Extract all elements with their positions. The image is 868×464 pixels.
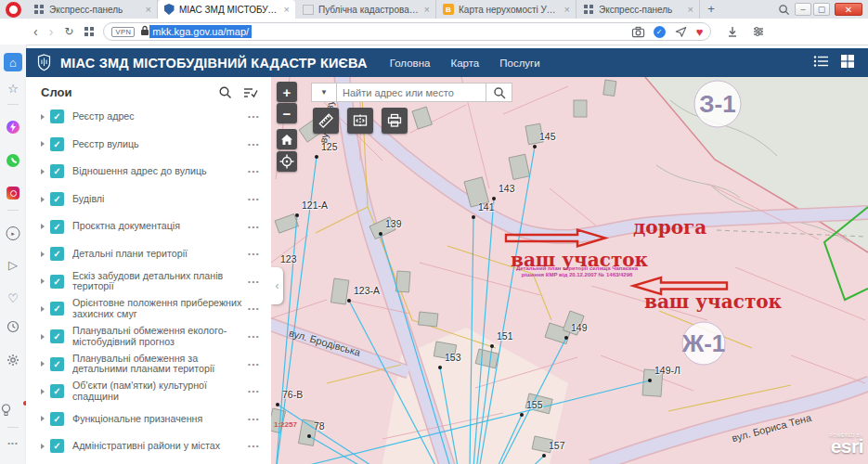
layer-row-plan-restrictions[interactable]: ✓Планувальні обмеження за детальними пла…: [26, 350, 271, 378]
tab-express-panel-1[interactable]: Экспресс-панель ×: [28, 0, 158, 19]
layer-checkbox[interactable]: ✓: [50, 329, 64, 343]
tab-mias-cadastre[interactable]: МІАС ЗМД МІСТОБУДІВНИЙ ×: [158, 0, 295, 19]
layer-checkbox[interactable]: ✓: [50, 192, 64, 206]
tab-close-icon[interactable]: ×: [284, 5, 290, 14]
tab-search-icon[interactable]: [778, 3, 790, 19]
tab-close-icon[interactable]: ×: [146, 5, 151, 14]
nav-map[interactable]: Карта: [450, 58, 479, 69]
layer-menu-icon[interactable]: •••: [248, 415, 260, 423]
personal-news-heart-icon[interactable]: ♡: [7, 292, 19, 304]
layer-row-buildings[interactable]: ✓Будівлі•••: [26, 186, 271, 213]
url-text[interactable]: mkk.kga.gov.ua/map/: [149, 25, 252, 38]
back-button[interactable]: ‹: [33, 24, 38, 39]
layer-row-cultural-heritage[interactable]: ✓Об'єкти (пам'ятки) культурної спадщини•…: [26, 378, 271, 406]
layer-checkbox[interactable]: ✓: [50, 275, 64, 289]
map-search-button[interactable]: [486, 83, 512, 102]
nav-services[interactable]: Послуги: [499, 58, 540, 69]
layer-menu-icon[interactable]: •••: [248, 332, 260, 341]
expand-caret-icon[interactable]: [41, 389, 45, 394]
reload-button[interactable]: ↻: [64, 25, 73, 38]
layer-menu-icon[interactable]: •••: [248, 195, 260, 203]
layer-checkbox[interactable]: ✓: [50, 247, 64, 261]
layer-menu-icon[interactable]: •••: [248, 277, 260, 286]
address-bar[interactable]: VPN mkk.kga.gov.ua/map/ ✓ ♥: [103, 22, 711, 41]
layer-menu-icon[interactable]: •••: [248, 387, 260, 395]
layer-checkbox[interactable]: ✓: [50, 439, 64, 453]
map-viewport[interactable]: З-1 Ж-1 вул. Лазу вул. Бродівська вул. Б…: [271, 77, 868, 464]
bookmarks-star-icon[interactable]: ☆: [7, 83, 19, 95]
tab-realty-map[interactable]: B Карта нерухомості України ×: [437, 0, 577, 19]
new-tab-button[interactable]: +: [704, 2, 719, 17]
apps-grid-icon[interactable]: [840, 54, 855, 72]
easy-setup-icon[interactable]: [752, 25, 765, 38]
panel-collapse-handle[interactable]: ‹: [271, 267, 283, 304]
zoom-out-button[interactable]: −: [277, 103, 297, 123]
layer-row-protective-strips[interactable]: ✓Орієнтовне положення прибережних захисн…: [26, 295, 271, 323]
layer-checkbox[interactable]: ✓: [50, 384, 64, 398]
layer-row-admin-districts[interactable]: ✓Адміністративні райони у містах•••: [26, 432, 271, 460]
history-clock-icon[interactable]: [6, 320, 19, 337]
layer-checkbox[interactable]: ✓: [50, 110, 64, 123]
map-search-input[interactable]: [337, 83, 486, 102]
tab-close-icon[interactable]: ×: [424, 5, 430, 14]
send-flow-icon[interactable]: [674, 25, 688, 38]
expand-caret-icon[interactable]: [41, 416, 45, 421]
expand-caret-icon[interactable]: [41, 444, 45, 449]
download-icon[interactable]: [726, 25, 739, 38]
layer-menu-icon[interactable]: •••: [248, 140, 260, 148]
player-icon[interactable]: ▸: [6, 226, 20, 240]
layers-search-icon[interactable]: [218, 85, 232, 99]
instagram-icon[interactable]: [6, 187, 19, 200]
layer-menu-icon[interactable]: •••: [248, 250, 260, 258]
tab-public-cadastral-map[interactable]: Публічна кадастрова карта ×: [297, 0, 436, 19]
snapshot-camera-icon[interactable]: [631, 26, 645, 38]
layer-menu-icon[interactable]: •••: [248, 442, 260, 450]
layer-checkbox[interactable]: ✓: [50, 302, 64, 316]
window-close-button[interactable]: ✕: [835, 3, 862, 16]
layer-row-project-docs[interactable]: ✓Проєктна документація•••: [26, 213, 271, 240]
window-maximize-button[interactable]: ▢: [813, 3, 830, 16]
bookmark-heart-icon[interactable]: ♥: [696, 26, 704, 38]
hints-bulb-icon[interactable]: [0, 403, 26, 420]
tab-close-icon[interactable]: ×: [688, 5, 693, 14]
layer-row-functional-purpose[interactable]: ✓Функціональне призначення•••: [26, 406, 271, 433]
layer-menu-icon[interactable]: •••: [248, 223, 260, 231]
tab-close-icon[interactable]: ×: [564, 5, 570, 14]
expand-caret-icon[interactable]: [41, 224, 45, 229]
tab-express-panel-2[interactable]: Экспресс-панель ×: [577, 0, 700, 19]
layer-menu-icon[interactable]: •••: [248, 304, 260, 313]
layers-filter-icon[interactable]: [243, 85, 258, 99]
layer-menu-icon[interactable]: •••: [248, 167, 260, 175]
expand-caret-icon[interactable]: [41, 197, 45, 202]
layer-row-eco-restrictions[interactable]: ✓Планувальні обмеження еколого-містобуді…: [26, 323, 271, 351]
layer-menu-icon[interactable]: •••: [248, 112, 260, 121]
legend-list-icon[interactable]: [813, 55, 829, 71]
expand-caret-icon[interactable]: [41, 251, 45, 257]
layer-checkbox[interactable]: ✓: [50, 357, 64, 371]
layer-checkbox[interactable]: ✓: [50, 220, 64, 234]
whatsapp-icon[interactable]: [6, 154, 19, 167]
expand-caret-icon[interactable]: [41, 278, 45, 284]
sidebar-more-icon[interactable]: •••: [7, 439, 18, 447]
layer-menu-icon[interactable]: •••: [248, 360, 260, 368]
layer-row-address-street-relation[interactable]: ✓Відношення адрес до вулиць•••: [26, 158, 271, 186]
forward-button[interactable]: ›: [49, 24, 54, 39]
expand-caret-icon[interactable]: [41, 334, 45, 340]
speed-dial-home-icon[interactable]: ⌂: [4, 53, 22, 71]
messenger-icon[interactable]: [6, 121, 19, 134]
locate-button[interactable]: [277, 151, 297, 172]
layer-row-detailed-plans[interactable]: ✓Детальні плани території•••: [26, 240, 271, 268]
layer-row-street-registry[interactable]: ✓Реєстр вулиць•••: [26, 131, 271, 159]
expand-caret-icon[interactable]: [41, 169, 45, 174]
zoom-in-button[interactable]: +: [277, 82, 297, 102]
opera-logo-icon[interactable]: [6, 2, 21, 18]
layer-row-address-registry[interactable]: ✓Реєстр адрес•••: [26, 103, 271, 131]
expand-caret-icon[interactable]: [41, 114, 45, 120]
layer-checkbox[interactable]: ✓: [50, 137, 64, 151]
speed-dial-button[interactable]: [84, 27, 94, 36]
layer-checkbox[interactable]: ✓: [50, 412, 64, 426]
nav-home[interactable]: Головна: [390, 58, 431, 69]
expand-caret-icon[interactable]: [41, 306, 45, 312]
home-extent-button[interactable]: [277, 129, 297, 149]
my-flow-icon[interactable]: ▷: [8, 259, 18, 271]
